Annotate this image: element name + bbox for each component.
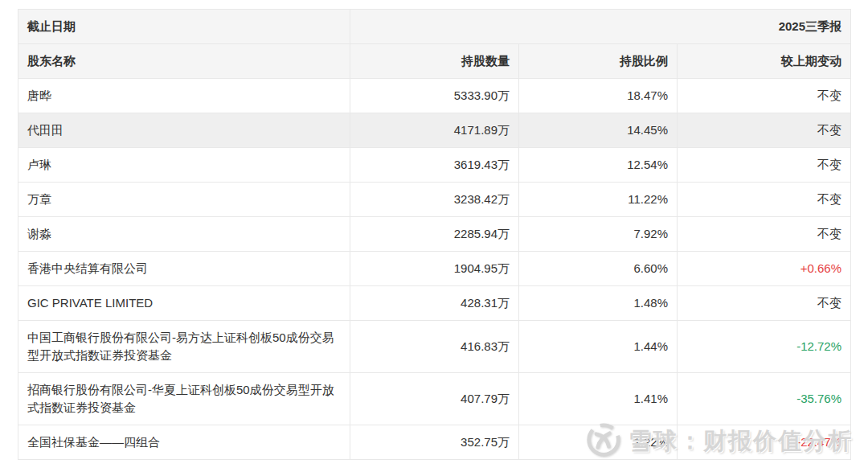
holding-ratio-cell: 1.48% — [519, 286, 678, 321]
shareholder-name-cell: 谢淼 — [18, 217, 350, 252]
change-vs-prev-cell: +0.66% — [678, 252, 851, 286]
table-row: GIC PRIVATE LIMITED 428.31万 1.48% 不变 — [18, 286, 851, 321]
shares-held-cell: 4171.89万 — [350, 113, 519, 148]
change-vs-prev-cell: 不变 — [678, 113, 851, 148]
table-row: 全国社保基金——四组合 352.75万 1.22% +22.47% — [18, 425, 851, 460]
holding-ratio-cell: 6.60% — [519, 252, 678, 286]
change-vs-prev-cell: 不变 — [678, 286, 851, 321]
table-row: 代田田 4171.89万 14.45% 不变 — [18, 113, 851, 148]
shares-held-cell: 1904.95万 — [350, 252, 519, 286]
holding-ratio-cell: 18.47% — [519, 79, 678, 113]
column-header-row: 股东名称 持股数量 持股比例 较上期变动 — [18, 44, 851, 79]
shareholder-name-cell: 中国工商银行股份有限公司-易方达上证科创板50成份交易型开放式指数证券投资基金 — [18, 321, 350, 373]
change-vs-prev-cell: -12.72% — [678, 321, 851, 373]
shares-held-cell: 352.75万 — [350, 425, 519, 460]
shareholder-name-cell: GIC PRIVATE LIMITED — [18, 286, 350, 321]
period-value: 2025三季报 — [350, 10, 851, 44]
table-row: 卢琳 3619.43万 12.54% 不变 — [18, 148, 851, 183]
period-header-row: 截止日期 2025三季报 — [18, 10, 851, 44]
col-header-holding-ratio: 持股比例 — [519, 44, 678, 79]
holding-ratio-cell: 12.54% — [519, 148, 678, 183]
table-row: 中国工商银行股份有限公司-易方达上证科创板50成份交易型开放式指数证券投资基金 … — [18, 321, 851, 373]
shareholder-name-cell: 全国社保基金——四组合 — [18, 425, 350, 460]
col-header-shareholder-name: 股东名称 — [18, 44, 350, 79]
shares-held-cell: 416.83万 — [350, 321, 519, 373]
shareholder-name-cell: 代田田 — [18, 113, 350, 148]
shares-held-cell: 2285.94万 — [350, 217, 519, 252]
shareholder-table: 截止日期 2025三季报 股东名称 持股数量 持股比例 较上期变动 唐晔 533… — [18, 9, 851, 460]
holding-ratio-cell: 1.22% — [519, 425, 678, 460]
holding-ratio-cell: 14.45% — [519, 113, 678, 148]
col-header-change-vs-prev: 较上期变动 — [678, 44, 851, 79]
shares-held-cell: 428.31万 — [350, 286, 519, 321]
shares-held-cell: 3238.42万 — [350, 183, 519, 217]
change-vs-prev-cell: 不变 — [678, 79, 851, 113]
shareholder-name-cell: 香港中央结算有限公司 — [18, 252, 350, 286]
shareholder-name-cell: 招商银行股份有限公司-华夏上证科创板50成份交易型开放式指数证券投资基金 — [18, 373, 350, 425]
holding-ratio-cell: 11.22% — [519, 183, 678, 217]
shareholder-name-cell: 万章 — [18, 183, 350, 217]
holding-ratio-cell: 7.92% — [519, 217, 678, 252]
holding-ratio-cell: 1.41% — [519, 373, 678, 425]
change-vs-prev-cell: -35.76% — [678, 373, 851, 425]
shareholder-name-cell: 唐晔 — [18, 79, 350, 113]
holding-ratio-cell: 1.44% — [519, 321, 678, 373]
table-row: 谢淼 2285.94万 7.92% 不变 — [18, 217, 851, 252]
shares-held-cell: 5333.90万 — [350, 79, 519, 113]
change-vs-prev-cell: 不变 — [678, 183, 851, 217]
table-row: 香港中央结算有限公司 1904.95万 6.60% +0.66% — [18, 252, 851, 286]
change-vs-prev-cell: 不变 — [678, 217, 851, 252]
change-vs-prev-cell: +22.47% — [678, 425, 851, 460]
period-label: 截止日期 — [18, 10, 350, 44]
col-header-shares-held: 持股数量 — [350, 44, 519, 79]
shareholder-table-body: 唐晔 5333.90万 18.47% 不变 代田田 4171.89万 14.45… — [18, 79, 851, 460]
table-row: 万章 3238.42万 11.22% 不变 — [18, 183, 851, 217]
table-row: 招商银行股份有限公司-华夏上证科创板50成份交易型开放式指数证券投资基金 407… — [18, 373, 851, 425]
shareholder-name-cell: 卢琳 — [18, 148, 350, 183]
shares-held-cell: 407.79万 — [350, 373, 519, 425]
table-row: 唐晔 5333.90万 18.47% 不变 — [18, 79, 851, 113]
shares-held-cell: 3619.43万 — [350, 148, 519, 183]
change-vs-prev-cell: 不变 — [678, 148, 851, 183]
